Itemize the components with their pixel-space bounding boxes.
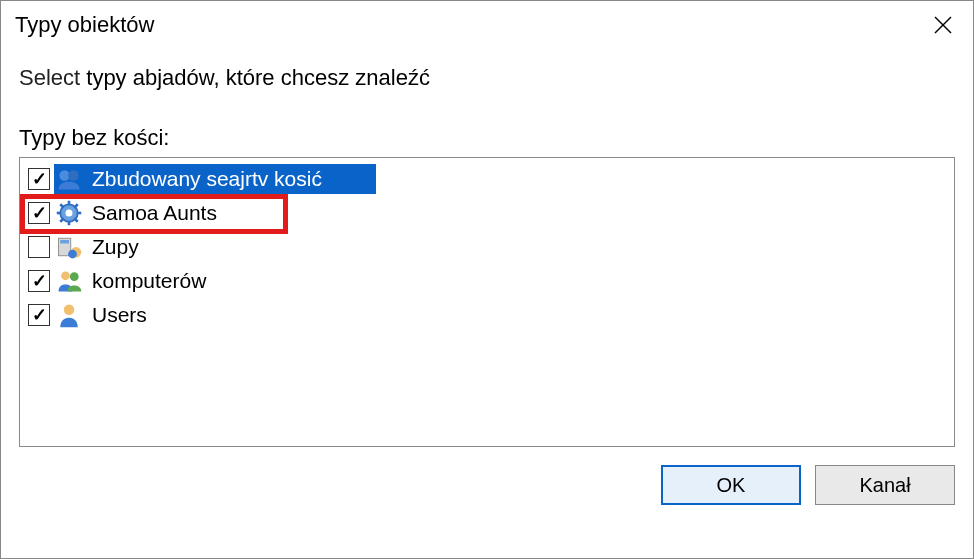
list-item[interactable]: Zupy [22, 230, 952, 264]
list-item[interactable]: Samoa Aunts [22, 196, 952, 230]
server-group-icon [54, 232, 84, 262]
users-icon [54, 266, 84, 296]
dialog-content: Select typy abjadów, które chcesz znaleź… [1, 45, 973, 447]
close-button[interactable] [921, 5, 965, 45]
user-icon [54, 300, 84, 330]
gear-icon [54, 198, 84, 228]
close-icon [933, 15, 953, 35]
window-title: Typy obiektów [15, 12, 154, 38]
ok-button-label: OK [717, 474, 746, 497]
cancel-button[interactable]: Kanał [815, 465, 955, 505]
list-item-label: Users [88, 303, 151, 327]
ok-button[interactable]: OK [661, 465, 801, 505]
list-item-label: komputerów [88, 269, 210, 293]
checkbox[interactable] [28, 304, 50, 326]
svg-line-12 [74, 204, 78, 208]
instruction-rest: typy abjadów, które chcesz znaleźć [80, 65, 430, 90]
checkbox[interactable] [28, 236, 50, 258]
list-item-label: Samoa Aunts [88, 201, 221, 225]
checkbox[interactable] [28, 202, 50, 224]
svg-rect-15 [60, 240, 69, 244]
svg-point-18 [61, 271, 70, 280]
list-item[interactable]: Zbudowany seajrtv kosić [22, 162, 952, 196]
checkbox[interactable] [28, 168, 50, 190]
instruction-text: Select typy abjadów, które chcesz znaleź… [19, 65, 955, 91]
list-item-label: Zbudowany seajrtv kosić [88, 167, 326, 191]
button-bar: OK Kanał [1, 447, 973, 505]
svg-point-17 [68, 250, 77, 259]
object-types-listbox[interactable]: Zbudowany seajrtv kosić Samoa Aunts [19, 157, 955, 447]
cancel-button-label: Kanał [859, 474, 910, 497]
svg-line-10 [60, 204, 64, 208]
svg-point-3 [68, 170, 79, 181]
list-item-label: Zupy [88, 235, 143, 259]
instruction-lead: Select [19, 65, 80, 90]
svg-point-19 [70, 272, 79, 281]
list-item[interactable]: komputerów [22, 264, 952, 298]
titlebar: Typy obiektów [1, 1, 973, 45]
list-item[interactable]: Users [22, 298, 952, 332]
checkbox[interactable] [28, 270, 50, 292]
svg-point-20 [64, 305, 75, 316]
svg-line-13 [60, 218, 64, 222]
svg-point-5 [66, 210, 73, 217]
group-icon [54, 164, 84, 194]
list-label: Typy bez kości: [19, 125, 955, 151]
svg-line-11 [74, 218, 78, 222]
